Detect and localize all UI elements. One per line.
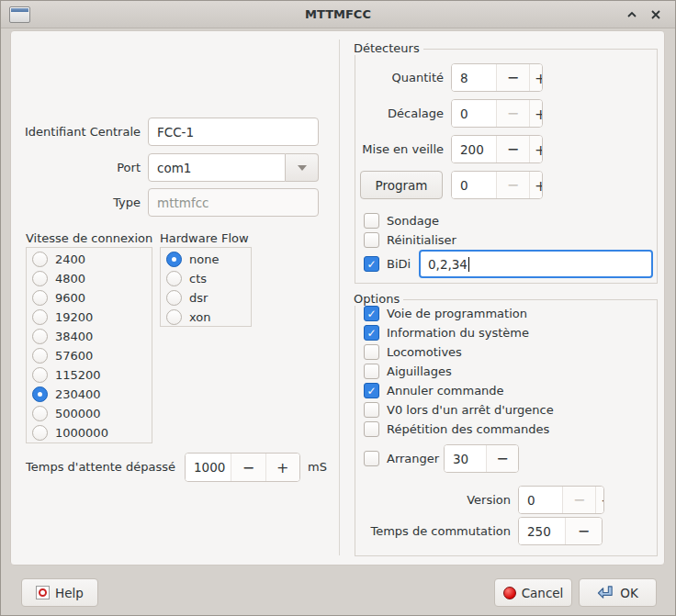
radio-speed-19200[interactable]: 19200 [32,308,108,327]
plus-button[interactable]: + [529,136,542,162]
radio-speed-230400[interactable]: 230400 [32,385,108,404]
quantite-spinner[interactable]: 8 − + [451,63,543,92]
cancel-icon [503,587,516,599]
ok-button[interactable]: OK [579,578,657,607]
minus-button[interactable]: − [565,518,602,544]
checkbox-locomotives[interactable]: ✓Locomotives [364,342,554,362]
radio-flow-none[interactable]: none [166,250,219,269]
minus-button: − [496,172,529,198]
radio-icon [32,290,48,306]
type-input: mttmfcc [148,188,319,217]
checkbox-icon: ✓ [364,451,379,466]
checkbox-icon: ✓ [364,402,379,418]
checkbox-label: Voie de programmation [387,307,527,320]
minus-button[interactable]: − [486,445,518,472]
radio-speed-4800[interactable]: 4800 [32,269,108,288]
radio-flow-xon[interactable]: xon [166,308,219,327]
checkbox-annuler-commande[interactable]: ✓Annuler commande [364,381,554,400]
checkbox-v0-arret-urgence[interactable]: ✓V0 lors d'un arrêt d'urgence [364,400,554,420]
minus-button: − [496,100,529,127]
checkbox-voie-programmation[interactable]: ✓Voie de programmation [364,304,554,323]
radio-icon [166,271,182,286]
help-button[interactable]: Help [21,578,98,607]
flow-group-label: Hardware Flow [160,231,249,245]
timeout-value: 1000 [186,454,231,481]
radio-icon [32,367,48,383]
cancel-button[interactable]: Cancel [494,578,572,607]
port-label: Port [19,153,141,182]
checkbox-sondage[interactable]: ✓ Sondage [364,211,439,230]
radio-speed-38400[interactable]: 38400 [32,327,108,346]
plus-button[interactable]: + [529,100,542,127]
radio-icon [32,425,48,441]
radio-speed-500000[interactable]: 500000 [32,404,108,423]
port-dropdown-button[interactable] [286,153,319,182]
plus-button[interactable]: + [595,487,603,513]
radio-speed-57600[interactable]: 57600 [32,346,108,365]
checkbox-arranger[interactable]: ✓ Arranger [364,449,439,468]
checkbox-aiguillages[interactable]: ✓Aiguillages [364,362,554,381]
quantite-label: Quantité [358,63,444,92]
minus-button[interactable]: − [496,136,529,162]
checkbox-label: Locomotives [387,345,462,359]
port-combo-entry[interactable]: com1 [148,153,286,182]
minus-button[interactable]: − [231,454,265,481]
identifiant-value: FCC-1 [157,125,194,140]
checkbox-icon: ✓ [364,421,379,437]
checkbox-label: Sondage [387,214,439,228]
decalage-spinner[interactable]: 0 − + [451,99,543,128]
checkbox-icon: ✓ [364,383,379,398]
checkbox-reinitialiser[interactable]: ✓ Réinitialiser [364,230,456,250]
radio-label: cts [189,272,207,286]
port-combobox[interactable]: com1 [148,153,319,182]
radio-speed-1000000[interactable]: 1000000 [32,423,108,442]
minus-button: − [562,487,595,513]
cancel-button-label: Cancel [522,586,564,600]
radio-icon [32,348,48,364]
speed-radio-list: 2400 4800 9600 19200 38400 57600 115200 … [32,250,108,442]
titlebar[interactable]: MTTMFCC [1,1,675,28]
type-label: Type [19,188,141,217]
veille-spinner[interactable]: 200 − + [451,135,543,163]
veille-value: 200 [452,136,496,162]
identifiant-input[interactable]: FCC-1 [148,118,319,146]
radio-flow-cts[interactable]: cts [166,269,219,288]
version-spinner[interactable]: 0 − + [518,486,604,514]
timeout-spinner[interactable]: 1000 − + [185,453,300,482]
radio-flow-dsr[interactable]: dsr [166,288,219,308]
radio-speed-9600[interactable]: 9600 [32,288,108,308]
bidi-input[interactable]: 0,2,34 [419,250,653,278]
checkbox-information-systeme[interactable]: ✓Information du système [364,323,554,342]
commutation-spinner[interactable]: 250 − [518,517,603,545]
minus-button[interactable]: − [496,64,529,91]
plus-button[interactable]: + [529,172,542,198]
radio-speed-2400[interactable]: 2400 [32,250,108,269]
radio-icon [32,386,48,402]
radio-label: none [189,252,219,266]
speed-group-label: Vitesse de connexion [26,231,152,245]
radio-label: 38400 [55,330,93,343]
window-icon [9,6,30,23]
plus-button[interactable]: + [529,64,542,91]
radio-icon [32,252,48,267]
text-caret [468,257,469,272]
shade-icon[interactable] [624,7,640,22]
checkbox-icon: ✓ [364,232,379,248]
radio-speed-115200[interactable]: 115200 [32,365,108,385]
window-title: MTTMFCC [1,7,675,21]
checkbox-bidi[interactable]: ✓ BiDi [364,254,411,274]
help-button-label: Help [55,586,84,600]
program-spinner[interactable]: 0 − + [451,171,543,199]
arranger-spinner[interactable]: 30 − [444,444,519,473]
program-value: 0 [452,172,496,198]
radio-label: 19200 [55,310,93,324]
ok-button-label: OK [620,586,637,600]
options-title: Options [353,292,403,306]
close-icon[interactable] [648,7,664,22]
plus-button[interactable]: + [265,454,299,481]
checkbox-repetition-commandes[interactable]: ✓Répétition des commandes [364,420,554,439]
checkbox-label: Réinitialiser [387,233,456,247]
ok-arrow-icon [597,584,614,601]
arranger-value: 30 [445,445,486,472]
program-button[interactable]: Program [360,171,443,199]
